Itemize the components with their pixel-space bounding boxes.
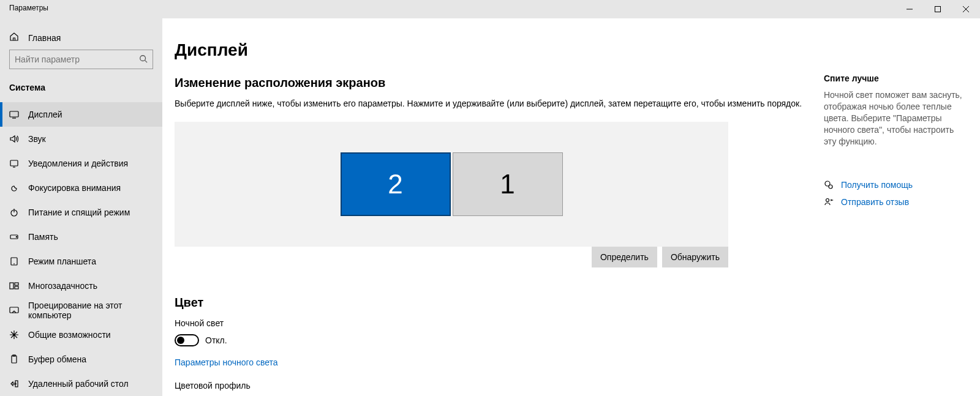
help-links: Получить помощь Отправить отзыв: [824, 180, 965, 207]
sidebar-item-tablet[interactable]: Режим планшета: [0, 249, 162, 274]
svg-rect-17: [15, 283, 18, 285]
sidebar-item-label: Питание и спящий режим: [28, 207, 130, 217]
night-light-settings-link[interactable]: Параметры ночного света: [175, 357, 278, 367]
sidebar-item-label: Фокусировка внимания: [28, 183, 121, 193]
power-icon: [9, 207, 19, 217]
sidebar-item-storage[interactable]: Память: [0, 225, 162, 249]
svg-rect-19: [10, 307, 18, 313]
sidebar-item-notifications[interactable]: Уведомления и действия: [0, 151, 162, 176]
workspace: Главная Система Дисплей: [0, 18, 980, 396]
sidebar: Главная Система Дисплей: [0, 18, 162, 396]
section-color-title: Цвет: [175, 296, 824, 310]
tablet-icon: [9, 256, 19, 266]
svg-rect-18: [15, 286, 18, 289]
detect-button[interactable]: Обнаружить: [662, 247, 728, 267]
focus-icon: [9, 183, 19, 193]
sidebar-item-remote[interactable]: Удаленный рабочий стол: [0, 372, 162, 396]
svg-rect-1: [935, 7, 941, 12]
section-rearrange-title: Изменение расположения экранов: [175, 76, 824, 90]
night-light-label: Ночной свет: [175, 318, 824, 328]
projecting-icon: [9, 305, 19, 315]
rearrange-description: Выберите дисплей ниже, чтобы изменить ег…: [175, 99, 824, 108]
section-color: Цвет Ночной свет Откл. Параметры ночного…: [175, 296, 824, 396]
search-wrap: [0, 50, 162, 69]
feedback-link-row: Отправить отзыв: [824, 197, 965, 207]
display-icon: [9, 110, 19, 119]
get-help-link[interactable]: Получить помощь: [841, 180, 913, 190]
color-profile-label: Цветовой профиль: [175, 381, 824, 390]
identify-button[interactable]: Определить: [592, 247, 657, 267]
night-light-toggle[interactable]: [175, 334, 199, 346]
sidebar-item-label: Режим планшета: [28, 256, 96, 266]
svg-point-25: [826, 199, 829, 202]
shared-icon: [9, 330, 19, 340]
storage-icon: [9, 232, 19, 242]
toggle-knob: [177, 337, 184, 344]
svg-rect-20: [12, 356, 17, 363]
sound-icon: [9, 134, 19, 144]
svg-rect-16: [10, 283, 13, 289]
minimize-button[interactable]: [895, 0, 924, 18]
page-title: Дисплей: [175, 40, 824, 60]
titlebar: Параметры: [0, 0, 980, 18]
right-rail: Спите лучше Ночной свет поможет вам засн…: [824, 40, 965, 396]
help-icon: [824, 180, 834, 190]
main: Дисплей Изменение расположения экранов В…: [175, 40, 824, 396]
sidebar-item-label: Проецирование на этот компьютер: [28, 301, 153, 320]
sidebar-item-label: Удаленный рабочий стол: [28, 379, 129, 389]
night-light-toggle-row: Откл.: [175, 334, 824, 346]
feedback-icon: [824, 197, 834, 207]
sidebar-item-display[interactable]: Дисплей: [0, 102, 162, 127]
multitasking-icon: [9, 281, 19, 291]
svg-point-24: [829, 185, 832, 189]
sidebar-item-label: Общие возможности: [28, 330, 111, 340]
content: Дисплей Изменение расположения экранов В…: [162, 18, 980, 396]
sidebar-group-system: Система: [0, 79, 162, 96]
display-arranger[interactable]: 2 1: [175, 122, 728, 247]
sidebar-item-label: Дисплей: [28, 110, 62, 119]
arranger-buttons: Определить Обнаружить: [175, 247, 728, 267]
sidebar-nav: Дисплей Звук Уведомления и действия Фоку…: [0, 102, 162, 396]
send-feedback-link[interactable]: Отправить отзыв: [841, 197, 909, 207]
svg-rect-6: [10, 111, 18, 117]
sidebar-item-power[interactable]: Питание и спящий режим: [0, 200, 162, 225]
home-icon: [9, 32, 19, 43]
monitor-2[interactable]: 2: [341, 152, 451, 216]
sidebar-item-shared[interactable]: Общие возможности: [0, 323, 162, 347]
sidebar-item-label: Уведомления и действия: [28, 159, 128, 168]
sidebar-item-projecting[interactable]: Проецирование на этот компьютер: [0, 298, 162, 323]
sidebar-item-label: Звук: [28, 134, 46, 144]
sidebar-item-label: Память: [28, 232, 58, 242]
sidebar-item-focus[interactable]: Фокусировка внимания: [0, 176, 162, 200]
tip-title: Спите лучше: [824, 73, 965, 83]
sidebar-item-sound[interactable]: Звук: [0, 127, 162, 151]
sidebar-home-label: Главная: [28, 33, 61, 43]
sidebar-item-clipboard[interactable]: Буфер обмена: [0, 347, 162, 372]
notifications-icon: [9, 159, 19, 168]
search-icon: [139, 54, 148, 65]
remote-icon: [9, 379, 19, 389]
sidebar-item-label: Многозадачность: [28, 281, 97, 291]
clipboard-icon: [9, 354, 19, 364]
app-title: Параметры: [0, 0, 48, 12]
close-button[interactable]: [952, 0, 980, 18]
maximize-button[interactable]: [924, 0, 952, 18]
sidebar-home[interactable]: Главная: [0, 29, 162, 46]
sidebar-item-label: Буфер обмена: [28, 354, 86, 364]
monitor-1[interactable]: 1: [453, 152, 563, 216]
svg-point-13: [16, 236, 17, 237]
help-link-row: Получить помощь: [824, 180, 965, 190]
svg-line-5: [145, 60, 148, 62]
svg-rect-8: [10, 160, 18, 166]
sidebar-item-multitasking[interactable]: Многозадачность: [0, 274, 162, 298]
search-box[interactable]: [9, 50, 153, 69]
search-input[interactable]: [15, 54, 139, 64]
toggle-state-label: Откл.: [205, 335, 227, 345]
svg-point-4: [140, 55, 146, 61]
tip-body: Ночной свет поможет вам заснуть, отображ…: [824, 89, 965, 147]
window-controls: [895, 0, 980, 18]
